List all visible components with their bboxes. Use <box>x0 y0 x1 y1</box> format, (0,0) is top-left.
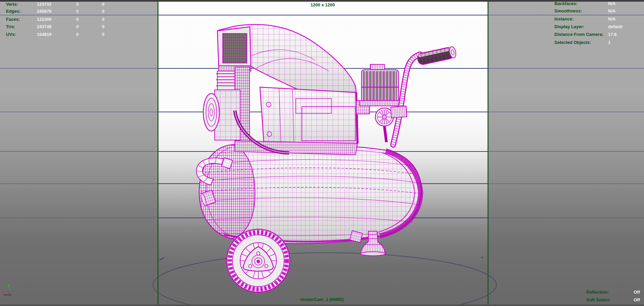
hud-label: Faces: <box>6 17 20 22</box>
hud-label: Smoothness: <box>554 8 582 14</box>
hud-value: 0 <box>102 2 104 7</box>
axis-y-label: y <box>8 283 10 287</box>
hud-value: 245878 <box>37 9 51 14</box>
hud-label: Edges: <box>6 9 20 14</box>
hud-value: 0 <box>76 24 78 29</box>
hud-value: 1 <box>608 40 610 45</box>
axis-x-line <box>3 295 12 295</box>
model-handle[interactable] <box>391 46 457 145</box>
viewport-bottom-edge <box>0 305 644 306</box>
hud-label: Distance From Camera: <box>554 32 603 37</box>
hud-value: default <box>608 24 623 29</box>
hud-value: 0 <box>102 9 104 14</box>
axis-z-label: z <box>8 290 10 294</box>
hud-value: 0 <box>76 9 78 14</box>
hud-label: Tris: <box>6 24 15 29</box>
hud-label: Verts: <box>6 2 18 7</box>
hud-value: 123732 <box>37 2 51 7</box>
hud-value: Off <box>625 290 640 295</box>
hud-value: 0 <box>102 17 104 22</box>
hud-value: 154819 <box>37 32 51 37</box>
model-tank[interactable] <box>199 143 421 244</box>
hud-value: N/A <box>608 1 615 6</box>
hud-label: Soft Select: <box>586 297 610 303</box>
hud-label: Selected Objects: <box>554 40 591 45</box>
gate-border-left <box>158 0 158 306</box>
hud-value: 122300 <box>37 17 51 22</box>
hud-value: 0 <box>76 2 78 7</box>
gate-border-right <box>488 0 488 306</box>
hud-value: N/A <box>608 8 615 14</box>
hud-label: Display Layer: <box>554 24 584 29</box>
model-air-compressor[interactable] <box>0 0 644 306</box>
hud-label: UVs: <box>6 32 16 37</box>
hud-label: Reflection: <box>586 290 609 295</box>
camera-name-label: renderCam_1 (WIRE) <box>288 297 356 302</box>
hud-value: 0 <box>76 32 78 37</box>
viewport-canvas[interactable]: Verts: 123732 0 0 Edges: 245878 0 0 Face… <box>0 0 644 306</box>
model-motor-assembly[interactable] <box>203 24 358 155</box>
axis-x-label: x <box>2 290 4 294</box>
hud-value: 243748 <box>37 24 51 29</box>
hud-value: Off <box>625 297 640 303</box>
model-wheel[interactable] <box>227 229 290 292</box>
hud-value: N/A <box>608 16 615 22</box>
hud-value: 0 <box>76 17 78 22</box>
hud-label: Backfaces: <box>554 1 578 6</box>
model-handle-grip[interactable] <box>417 46 457 65</box>
hud-value: 0 <box>102 32 104 37</box>
hud-value: 17.8 <box>608 32 616 37</box>
viewport-top-edge <box>0 0 644 2</box>
resolution-gate-label: 1200 x 1200 <box>299 2 346 8</box>
hud-value: 0 <box>102 24 104 29</box>
hud-label: Instance: <box>554 16 574 22</box>
